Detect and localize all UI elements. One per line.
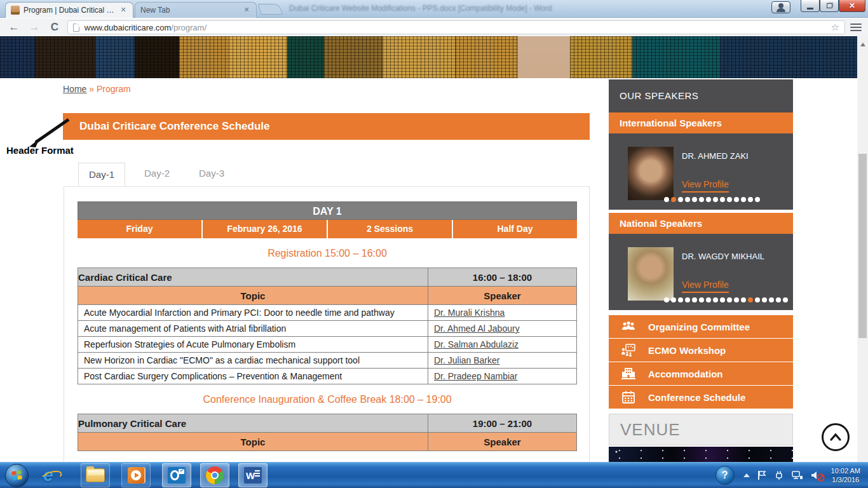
carousel-dot[interactable] (685, 197, 690, 202)
break-note: Conference Inauguration & Coffee Break 1… (78, 394, 577, 405)
power-plug-icon[interactable] (774, 470, 784, 480)
taskbar-media-player[interactable] (121, 463, 151, 487)
sidebar-item-conference-schedule[interactable]: Conference Schedule (609, 386, 793, 409)
carousel-dot[interactable] (685, 297, 690, 302)
speaker-card: DR. WAGDY MIKHAIL View Profile (609, 234, 793, 310)
venue-image (609, 447, 793, 463)
carousel-dot[interactable] (692, 197, 697, 202)
skyline-building (720, 36, 857, 78)
bookmark-star-icon[interactable]: ☆ (831, 22, 839, 33)
carousel-dot[interactable] (734, 197, 739, 202)
scrollbar-thumb[interactable] (858, 154, 867, 338)
carousel-dot[interactable] (699, 197, 704, 202)
carousel-dot[interactable] (727, 297, 732, 302)
speaker-photo (628, 147, 674, 200)
tab-day-1[interactable]: Day-1 (78, 163, 125, 186)
carousel-dot[interactable] (671, 297, 676, 302)
carousel-dot[interactable] (706, 297, 711, 302)
carousel-dot[interactable] (741, 197, 746, 202)
taskbar-internet-explorer[interactable]: e (34, 463, 63, 487)
profile-button[interactable] (771, 1, 790, 13)
action-center-flag-icon[interactable] (757, 470, 766, 480)
speaker-link[interactable]: Dr. Ahmed Al Jaboury (434, 323, 520, 334)
internet-explorer-icon: e (43, 465, 53, 485)
building-icon (620, 367, 637, 380)
carousel-dot[interactable] (678, 197, 683, 202)
carousel-dot[interactable] (755, 297, 760, 302)
start-button[interactable] (5, 464, 29, 487)
carousel-dot[interactable] (699, 297, 704, 302)
carousel-dot[interactable] (748, 297, 753, 302)
speaker-card: DR. AHMED ZAKI View Profile (609, 133, 793, 210)
forward-button[interactable]: → (28, 21, 41, 34)
carousel-dot[interactable] (755, 197, 760, 202)
taskbar-chrome[interactable] (200, 463, 229, 487)
back-button[interactable]: ← (8, 21, 20, 34)
carousel-dot[interactable] (664, 197, 669, 202)
carousel-dot[interactable] (741, 297, 746, 302)
browser-tab-newtab[interactable]: New Tab ✕ (135, 2, 257, 18)
topic-cell: Acute Myocardial Infarction and Primary … (78, 305, 428, 321)
schedule-panel: DAY 1 Friday February 26, 2016 2 Session… (64, 186, 590, 488)
carousel-dot[interactable] (720, 297, 725, 302)
carousel-dot[interactable] (720, 197, 725, 202)
tab-day-2[interactable]: Day-2 (134, 162, 180, 186)
speaker-link[interactable]: Dr. Pradeep Nambiar (434, 371, 518, 381)
breadcrumb-home-link[interactable]: Home (63, 84, 86, 94)
minimize-button[interactable] (801, 0, 820, 12)
skyline-building (287, 36, 324, 78)
speaker-link[interactable]: Dr. Salman Abdulaziz (434, 339, 519, 349)
maximize-button[interactable] (820, 0, 839, 12)
carousel-dot[interactable] (664, 297, 669, 302)
page-title: Dubai Criticare Conference Schedule (63, 113, 590, 140)
close-button[interactable]: ✕ (839, 0, 865, 12)
address-bar[interactable]: www.dubaicriticare.com/program/ ☆ (67, 20, 845, 34)
scrollbar-up-arrow[interactable] (860, 40, 865, 46)
new-tab-button[interactable] (257, 4, 283, 15)
carousel-dot[interactable] (671, 197, 676, 202)
volume-muted-icon[interactable] (811, 470, 822, 480)
taskbar-clock[interactable]: 10:02 AM 1/3/2016 (831, 466, 860, 484)
sidebar-item-organizing-committee[interactable]: Organizing Committee (609, 315, 793, 338)
carousel-dot[interactable] (692, 297, 697, 302)
show-hidden-icons[interactable] (743, 472, 750, 479)
speaker-link[interactable]: Dr. Murali Krishna (434, 308, 505, 318)
network-icon[interactable] (792, 470, 803, 480)
speaker-link[interactable]: Dr. Julian Barker (434, 355, 499, 365)
carousel-dot[interactable] (783, 297, 788, 302)
view-profile-link[interactable]: View Profile (682, 179, 729, 193)
taskbar-outlook[interactable] (162, 463, 191, 487)
carousel-dot[interactable] (762, 297, 767, 302)
sidebar-item-accommodation[interactable]: Accommodation (609, 362, 793, 385)
chrome-menu-icon[interactable] (850, 22, 862, 33)
carousel-dot[interactable] (769, 297, 774, 302)
view-profile-link[interactable]: View Profile (682, 280, 729, 293)
carousel-dot[interactable] (706, 197, 711, 202)
carousel-dot[interactable] (748, 197, 753, 202)
scroll-to-top-button[interactable] (822, 423, 850, 451)
folder-icon (86, 468, 105, 482)
carousel-dot[interactable] (727, 197, 732, 202)
browser-scrollbar[interactable] (857, 36, 868, 488)
tab-day-3[interactable]: Day-3 (189, 162, 234, 186)
carousel-dot[interactable] (734, 297, 739, 302)
taskbar-file-explorer[interactable] (81, 463, 110, 487)
registration-note: Registration 15:00 – 16:00 (78, 248, 577, 259)
carousel-dot[interactable] (776, 297, 781, 302)
sidebar-header: OUR SPEAKERS (609, 79, 793, 112)
tab-close-icon[interactable]: ✕ (242, 6, 251, 15)
tab-close-icon[interactable]: ✕ (119, 6, 128, 15)
speaker-cell: Dr. Julian Barker (428, 353, 577, 369)
carousel-dot[interactable] (678, 297, 683, 302)
session1-title: Cardiac Critical Care (78, 268, 428, 287)
carousel-dot[interactable] (713, 197, 718, 202)
browser-tab-program[interactable]: Program | Dubai Critical Ca ✕ (5, 2, 133, 18)
media-player-icon (128, 467, 144, 484)
skyline-building (179, 36, 229, 78)
help-icon[interactable]: ? (715, 466, 735, 485)
sidebar-item-ecmo-workshop[interactable]: ECMO Workshop (609, 339, 793, 362)
taskbar-word[interactable]: W (238, 463, 268, 487)
url-text[interactable]: www.dubaicriticare.com/program/ (85, 23, 207, 32)
reload-button[interactable]: C (48, 21, 61, 34)
carousel-dot[interactable] (713, 297, 718, 302)
